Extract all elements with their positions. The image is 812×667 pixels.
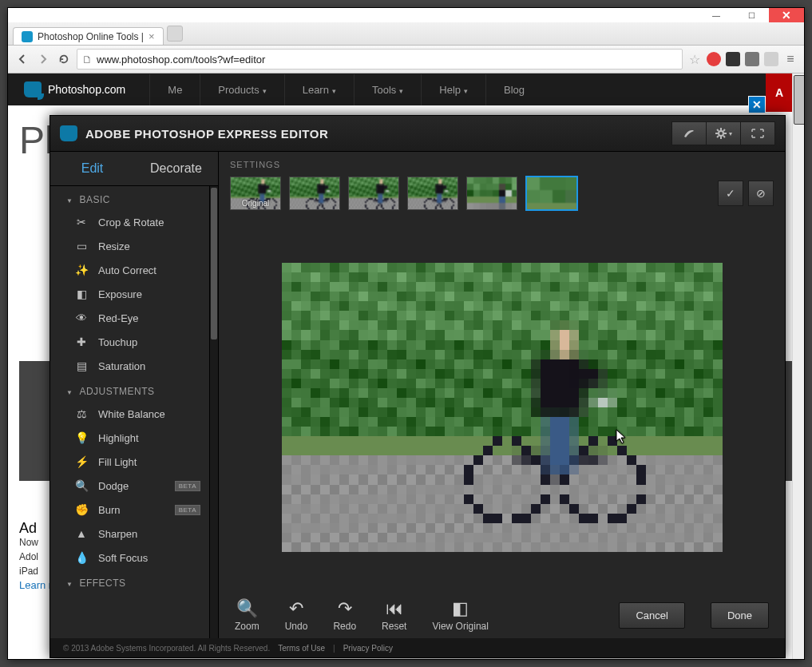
url-text: www.photoshop.com/tools?wf=editor [97,54,265,66]
sidebar-tabs: Edit Decorate [50,152,218,186]
site-brand: Photoshop.com [48,83,125,96]
browser-tab[interactable]: Photoshop Online Tools | × [13,27,164,45]
bookmark-star-icon[interactable]: ☆ [687,52,702,66]
copyright-text: © 2013 Adobe Systems Incorporated. All R… [63,644,270,653]
browser-toolbar: 🗋 www.photoshop.com/tools?wf=editor ☆ ≡ [8,46,804,73]
extension-icons: ☆ ≡ [687,52,798,66]
tool-highlight[interactable]: 💡Highlight [50,426,218,450]
window-close-button[interactable]: ✕ [769,8,804,22]
tool-fill-light[interactable]: ⚡Fill Light [50,450,218,474]
tool-dodge[interactable]: 🔍DodgeBETA [50,474,218,498]
extension-icon[interactable] [707,52,721,66]
saturation-icon: ▤ [74,359,89,373]
address-bar[interactable]: 🗋 www.photoshop.com/tools?wf=editor [77,49,683,69]
new-tab-button[interactable] [167,26,183,42]
privacy-link[interactable]: Privacy Policy [343,644,393,653]
tool-crop-rotate[interactable]: ✂Crop & Rotate [50,210,218,234]
section-effects[interactable]: EFFECTS [50,570,218,594]
extension-icon[interactable] [764,52,778,66]
preset-thumb-selected[interactable] [525,176,578,211]
header-tool-brush[interactable] [671,121,707,145]
page-scrollbar[interactable] [792,73,804,659]
bandaid-icon: ✚ [74,335,89,349]
svg-point-0 [719,131,723,136]
tool-exposure[interactable]: ◧Exposure [50,282,218,306]
cancel-button[interactable]: Cancel [619,602,684,629]
tab-edit[interactable]: Edit [50,152,134,185]
reload-button[interactable] [56,51,72,67]
extension-icon[interactable] [745,52,759,66]
tool-touchup[interactable]: ✚Touchup [50,330,218,354]
favicon-icon [22,31,33,42]
tool-burn[interactable]: ✊BurnBETA [50,498,218,522]
reset-button[interactable]: ⏮ Reset [382,598,406,632]
undo-button[interactable]: ↶ Undo [285,598,308,632]
section-basic[interactable]: BASIC [50,186,218,210]
window-maximize-button[interactable]: ☐ [734,8,769,22]
nav-me[interactable]: Me [149,74,200,105]
done-button[interactable]: Done [711,602,769,629]
tool-soft-focus[interactable]: 💧Soft Focus [50,546,218,570]
zoom-button[interactable]: 🔍 Zoom [235,598,259,632]
view-original-button[interactable]: ◧ View Original [432,598,488,632]
preset-thumb[interactable] [348,177,399,210]
sidebar-scrollbar[interactable] [209,186,218,638]
adobe-tag[interactable]: A [766,73,793,112]
beta-badge: BETA [175,481,200,491]
extension-icon[interactable] [726,52,740,66]
sharpen-icon: ▲ [74,526,89,541]
sidebar-list: BASIC ✂Crop & Rotate ▭Resize ✨Auto Corre… [50,186,218,638]
svg-line-5 [717,129,719,131]
exposure-icon: ◧ [74,287,89,301]
forward-button[interactable] [35,51,51,67]
window-minimize-button[interactable]: — [699,8,734,22]
tool-red-eye[interactable]: 👁Red-Eye [50,306,218,330]
nav-tools[interactable]: Tools▾ [354,74,421,105]
tool-sharpen[interactable]: ▲Sharpen [50,522,218,546]
tool-white-balance[interactable]: ⚖White Balance [50,402,218,426]
tool-saturation[interactable]: ▤Saturation [50,354,218,378]
redo-icon: ↷ [338,598,352,619]
nav-blog[interactable]: Blog [485,74,542,105]
modal-header-tools: ▾ [671,121,775,145]
zoom-icon: 🔍 [236,598,258,619]
beta-badge: BETA [175,505,200,515]
site-logo[interactable]: Photoshop.com [24,81,125,97]
dodge-icon: 🔍 [74,478,89,493]
tool-resize[interactable]: ▭Resize [50,234,218,258]
tab-decorate[interactable]: Decorate [134,152,218,185]
svg-line-8 [723,129,725,131]
image-canvas[interactable] [282,263,723,552]
nav-help[interactable]: Help▾ [421,74,485,105]
drop-icon: 💧 [74,550,89,565]
editor-stage: SETTINGS Original ✓ ⊘ [219,152,785,638]
preset-thumb-original[interactable]: Original [230,177,281,210]
discard-button[interactable]: ⊘ [748,181,774,206]
close-tab-icon[interactable]: × [149,30,155,42]
header-tool-fullscreen[interactable] [741,121,775,145]
crop-icon: ✂ [74,215,89,229]
window-titlebar: — ☐ ✕ [8,8,804,22]
balance-icon: ⚖ [74,407,89,421]
modal-close-button[interactable]: ✕ [748,96,766,113]
preset-thumb[interactable] [407,177,458,210]
nav-products[interactable]: Products▾ [200,74,283,105]
page-content: Photoshop.com Me Products▾ Learn▾ Tools▾… [8,73,804,659]
chrome-menu-icon[interactable]: ≡ [783,52,798,66]
canvas-wrap [219,222,785,592]
preset-thumb[interactable] [466,177,517,210]
nav-learn[interactable]: Learn▾ [284,74,354,105]
settings-panel: SETTINGS Original ✓ ⊘ [219,152,785,222]
apply-button[interactable]: ✓ [718,181,743,206]
svg-line-7 [717,136,719,137]
terms-link[interactable]: Terms of Use [278,644,325,653]
section-adjustments[interactable]: ADJUSTMENTS [50,378,218,402]
preset-thumb[interactable] [289,177,340,210]
browser-tab-strip: Photoshop Online Tools | × [8,22,804,46]
sidebar: Edit Decorate BASIC ✂Crop & Rotate ▭Resi… [50,152,219,638]
header-tool-settings[interactable]: ▾ [707,121,741,145]
site-header: Photoshop.com Me Products▾ Learn▾ Tools▾… [8,73,804,105]
redo-button[interactable]: ↷ Redo [333,598,356,632]
back-button[interactable] [14,51,30,67]
tool-auto-correct[interactable]: ✨Auto Correct [50,258,218,282]
